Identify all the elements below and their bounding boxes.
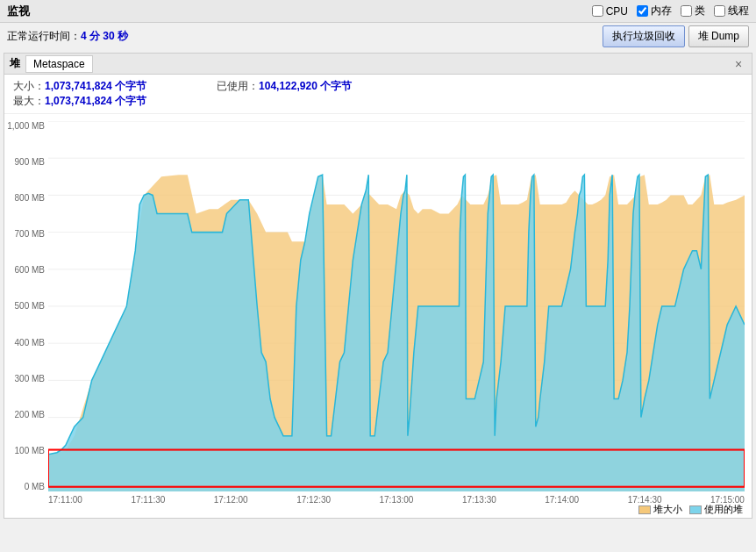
chart-legend: 堆大小 使用的堆 xyxy=(638,503,743,516)
legend-heap-size-label: 堆大小 xyxy=(653,503,682,516)
chart-svg xyxy=(48,121,745,491)
x-label-3: 17:12:30 xyxy=(296,495,331,505)
memory-checkbox[interactable] xyxy=(637,5,648,17)
panel-header: 堆 Metaspace × xyxy=(4,54,752,75)
legend-used-heap-color xyxy=(689,505,702,514)
y-label-8: 200 MB xyxy=(15,410,45,419)
y-label-4: 600 MB xyxy=(15,265,45,275)
size-value: 1,073,741,824 个字节 xyxy=(45,80,146,92)
y-axis: 1,000 MB 900 MB 800 MB 700 MB 600 MB 500… xyxy=(4,121,48,491)
metaspace-tab[interactable]: Metaspace xyxy=(25,55,93,73)
uptime-text: 正常运行时间：4 分 30 秒 xyxy=(7,29,128,44)
memory-checkbox-item[interactable]: 内存 xyxy=(637,4,672,18)
used-value: 104,122,920 个字节 xyxy=(259,80,352,92)
x-label-4: 17:13:00 xyxy=(380,495,414,505)
header-title: 监视 xyxy=(7,4,30,19)
legend-heap-size: 堆大小 xyxy=(638,503,682,516)
y-label-10: 0 MB xyxy=(25,482,45,491)
used-stat: 已使用：104,122,920 个字节 xyxy=(217,79,352,109)
action-buttons: 执行垃圾回收 堆 Dump xyxy=(603,25,749,47)
thread-checkbox[interactable] xyxy=(714,5,725,17)
size-stat: 大小：1,073,741,824 个字节 最大：1,073,741,824 个字… xyxy=(13,79,146,109)
uptime-value: 4 分 30 秒 xyxy=(81,30,128,42)
used-label: 已使用： xyxy=(217,80,259,92)
gc-button[interactable]: 执行垃圾回收 xyxy=(603,25,685,47)
cpu-label: CPU xyxy=(606,5,628,18)
y-label-7: 300 MB xyxy=(15,374,45,384)
header-bar: 监视 CPU 内存 类 线程 xyxy=(0,0,756,23)
y-label-6: 400 MB xyxy=(15,338,45,348)
header-checkboxes: CPU 内存 类 线程 xyxy=(592,4,749,18)
chart-svg-area xyxy=(48,121,745,491)
y-label-1: 900 MB xyxy=(15,157,45,167)
x-label-6: 17:14:00 xyxy=(545,495,579,505)
y-label-3: 700 MB xyxy=(15,229,45,239)
uptime-label: 正常运行时间： xyxy=(7,30,81,42)
cpu-checkbox-item[interactable]: CPU xyxy=(592,5,628,18)
y-label-0: 1,000 MB xyxy=(7,121,45,131)
thread-label: 线程 xyxy=(728,4,749,18)
y-label-2: 800 MB xyxy=(15,193,45,203)
class-checkbox-item[interactable]: 类 xyxy=(681,4,705,18)
y-label-5: 500 MB xyxy=(15,301,45,311)
y-label-9: 100 MB xyxy=(15,446,45,455)
x-label-0: 17:11:00 xyxy=(48,495,82,505)
x-label-5: 17:13:30 xyxy=(462,495,496,505)
memory-label: 内存 xyxy=(651,4,672,18)
chart-container: 1,000 MB 900 MB 800 MB 700 MB 600 MB 500… xyxy=(4,114,752,518)
max-label: 最大： xyxy=(13,95,45,107)
panel-title: 堆 xyxy=(10,56,20,71)
heap-dump-button[interactable]: 堆 Dump xyxy=(688,25,749,47)
stats-row: 大小：1,073,741,824 个字节 最大：1,073,741,824 个字… xyxy=(4,75,752,114)
size-label: 大小： xyxy=(13,80,45,92)
uptime-bar: 正常运行时间：4 分 30 秒 执行垃圾回收 堆 Dump xyxy=(0,23,756,49)
x-label-1: 17:11:30 xyxy=(131,495,165,505)
legend-used-heap: 使用的堆 xyxy=(689,503,743,516)
legend-heap-size-color xyxy=(638,505,651,514)
class-checkbox[interactable] xyxy=(681,5,692,17)
max-value: 1,073,741,824 个字节 xyxy=(45,95,146,107)
thread-checkbox-item[interactable]: 线程 xyxy=(714,4,749,18)
main-panel: 堆 Metaspace × 大小：1,073,741,824 个字节 最大：1,… xyxy=(4,53,752,519)
legend-used-heap-label: 使用的堆 xyxy=(704,503,743,516)
close-panel-button[interactable]: × xyxy=(731,56,746,72)
cpu-checkbox[interactable] xyxy=(592,5,603,17)
class-label: 类 xyxy=(695,4,705,18)
x-label-2: 17:12:00 xyxy=(214,495,248,505)
